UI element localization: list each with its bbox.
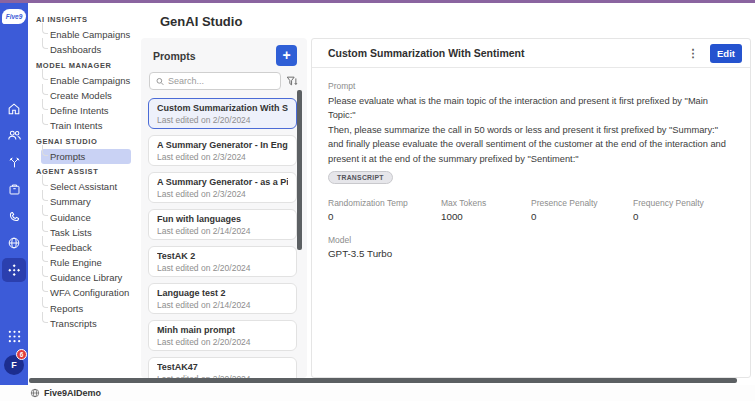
tree-connector: [42, 297, 48, 308]
genai-studio-spark-icon[interactable]: [2, 258, 26, 282]
prompt-card-minh-main-prompt[interactable]: Minh main promptLast edited on 2/20/2024: [148, 320, 297, 351]
sidebar-item-rule-engine[interactable]: Rule Engine: [41, 255, 131, 270]
prompt-text-line: and finally please evaluate the overall …: [328, 137, 728, 166]
sidebar-item-wfa-configuration[interactable]: WFA Configuration: [41, 285, 131, 300]
sidebar-item-label: Guidance: [50, 212, 91, 223]
sidebar-item-transcripts[interactable]: Transcripts: [41, 316, 131, 331]
more-options-icon[interactable]: ⋮: [684, 44, 702, 62]
edit-button[interactable]: Edit: [710, 44, 742, 63]
prompt-card-title: A Summary Generator - as a Pirate: [157, 177, 288, 187]
prompt-card-a-summary-generator-as-a-pirate[interactable]: A Summary Generator - as a PirateLast ed…: [148, 172, 297, 203]
sidebar-item-label: Feedback: [50, 242, 92, 253]
prompt-text: Please evaluate what is the main topic o…: [328, 94, 728, 166]
sidebar-item-guidance[interactable]: Guidance: [41, 209, 131, 224]
page-title: GenAI Studio: [160, 14, 242, 29]
sidebar-item-prompts[interactable]: Prompts: [41, 149, 131, 164]
phone-icon[interactable]: [0, 205, 28, 227]
users-icon[interactable]: [0, 124, 28, 146]
icon-rail: Five9 F 6: [0, 3, 28, 385]
prompt-field-label: Prompt: [328, 81, 734, 91]
tree-connector: [42, 190, 48, 201]
prompt-card-subtitle: Last edited on 2/20/2024: [157, 337, 288, 347]
tree-connector: [42, 221, 48, 232]
sidebar-item-label: Prompts: [50, 151, 85, 162]
model-value: GPT-3.5 Turbo: [328, 248, 734, 259]
prompt-card-subtitle: Last edited on 2/20/2024: [157, 115, 288, 125]
add-prompt-button[interactable]: +: [276, 45, 297, 66]
sidebar-item-reports[interactable]: Reports: [41, 301, 131, 316]
prompt-card-fun-with-languages[interactable]: Fun with languagesLast edited on 2/14/20…: [148, 209, 297, 240]
prompt-card-title: TestAK 2: [157, 251, 288, 261]
home-icon[interactable]: [0, 98, 28, 120]
sidebar-item-task-lists[interactable]: Task Lists: [41, 225, 131, 240]
transcript-chip[interactable]: TRANSCRIPT: [328, 171, 393, 184]
param-presence-penalty: Presence Penalty0: [531, 198, 633, 222]
apps-grid-icon[interactable]: [0, 326, 28, 346]
prompt-card-subtitle: Last edited on 2/14/2024: [157, 300, 288, 310]
prompts-panel-title: Prompts: [153, 50, 196, 62]
notification-badge: 6: [16, 349, 27, 360]
sidebar-item-label: Task Lists: [50, 227, 92, 238]
search-input[interactable]: [168, 76, 274, 86]
prompt-list: Custom Summarization With SentimentLast …: [141, 96, 307, 378]
tree-connector: [42, 251, 48, 262]
prompt-card-title: A Summary Generator - In English: [157, 140, 288, 150]
sidebar-item-summary[interactable]: Summary: [41, 194, 131, 209]
prompt-card-testak-2[interactable]: TestAK 2Last edited on 2/20/2024: [148, 246, 297, 277]
param-frequency-penalty: Frequency Penalty0: [633, 198, 704, 222]
prompt-detail-panel: Custom Summarization With Sentiment ⋮ Ed…: [311, 38, 751, 378]
sidebar-item-label: Transcripts: [50, 318, 97, 329]
tree-connector: [42, 145, 48, 156]
tree-connector: [42, 175, 48, 186]
params-row: Randomization Temp0Max Tokens1000Presenc…: [328, 198, 734, 222]
param-label: Randomization Temp: [328, 198, 441, 208]
routing-icon[interactable]: [0, 151, 28, 173]
param-label: Max Tokens: [441, 198, 531, 208]
prompts-panel: Prompts + Custom Summarization With Sent…: [141, 38, 307, 378]
prompt-card-subtitle: Last edited on 2/3/2024: [157, 152, 288, 162]
param-label: Presence Penalty: [531, 198, 633, 208]
param-value: 0: [531, 211, 633, 222]
search-box[interactable]: [149, 72, 281, 90]
model-field-label: Model: [328, 235, 734, 245]
prompt-card-testak47[interactable]: TestAK47Last edited on 2/20/2024: [148, 357, 297, 378]
prompt-card-title: Fun with languages: [157, 214, 288, 224]
sidebar-item-label: Guidance Library: [50, 272, 122, 283]
globe-icon[interactable]: [0, 232, 28, 254]
prompt-card-custom-summarization-with-sentiment[interactable]: Custom Summarization With SentimentLast …: [148, 98, 297, 129]
tree-connector: [42, 312, 48, 323]
sidebar-item-train-intents[interactable]: Train Intents: [41, 118, 131, 133]
prompt-text-line: Then, please summarize the call in 50 wo…: [328, 123, 728, 137]
sidebar-item-dashboards[interactable]: Dashboards: [41, 42, 131, 57]
sidebar-item-enable-campaigns[interactable]: Enable Campaigns: [41, 27, 131, 42]
prompt-list-scrollbar[interactable]: [297, 90, 302, 250]
sidebar-item-label: Select Assistant: [50, 181, 117, 192]
tree-connector: [42, 84, 48, 95]
prompt-card-language-test-2[interactable]: Language test 2Last edited on 2/14/2024: [148, 283, 297, 314]
tree-connector: [42, 266, 48, 277]
sidebar-item-enable-campaigns[interactable]: Enable Campaigns: [41, 73, 131, 88]
prompt-detail-title: Custom Summarization With Sentiment: [328, 47, 684, 59]
tree-connector: [42, 99, 48, 110]
package-icon[interactable]: [0, 178, 28, 200]
filter-icon[interactable]: [285, 75, 299, 87]
sidebar-item-define-intents[interactable]: Define Intents: [41, 103, 131, 118]
tree-connector: [42, 69, 48, 80]
sidebar-item-label: WFA Configuration: [50, 287, 129, 298]
sidebar-nav: AI INSIGHTSEnable CampaignsDashboardsMOD…: [28, 3, 134, 385]
prompt-card-subtitle: Last edited on 2/20/2024: [157, 263, 288, 273]
five9-logo[interactable]: Five9: [2, 9, 26, 24]
sidebar-item-create-models[interactable]: Create Models: [41, 88, 131, 103]
tree-connector: [42, 205, 48, 216]
sidebar-item-select-assistant[interactable]: Select Assistant: [41, 179, 131, 194]
sidebar-item-guidance-library[interactable]: Guidance Library: [41, 270, 131, 285]
app-window: Five9 F 6 AI INSIGHTSEnable CampaignsDas…: [0, 0, 755, 401]
prompt-card-subtitle: Last edited on 2/14/2024: [157, 226, 288, 236]
sidebar-item-label: Enable Campaigns: [50, 75, 130, 86]
status-bar: Five9AIDemo: [0, 385, 755, 401]
tree-connector: [42, 281, 48, 292]
prompt-card-a-summary-generator-in-english[interactable]: A Summary Generator - In EnglishLast edi…: [148, 135, 297, 166]
search-icon: [156, 77, 164, 86]
horizontal-scrollbar[interactable]: [29, 378, 737, 383]
sidebar-item-feedback[interactable]: Feedback: [41, 240, 131, 255]
